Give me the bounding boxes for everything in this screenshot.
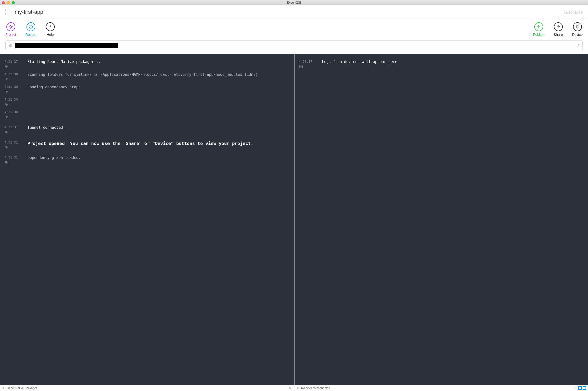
publish-button[interactable]: Publish xyxy=(533,22,544,37)
upload-arrow-icon xyxy=(534,22,543,31)
log-message: Scanning folders for symlinks in /Applic… xyxy=(27,72,290,78)
log-row: 4:31:30 PMScanning folders for symlinks … xyxy=(4,72,290,82)
log-row: 4:30:17 PMLogs from devices will appear … xyxy=(299,59,584,69)
urlbar[interactable] xyxy=(5,40,583,50)
pane-toggle-left[interactable] xyxy=(578,386,582,390)
packager-log-pane[interactable]: 4:31:27 PMStarting React Native packager… xyxy=(0,54,294,385)
toolbar-group-right: Publish Share Device xyxy=(533,22,583,37)
log-row: 4:31:31 PMProject opened! You can now us… xyxy=(4,140,290,150)
reload-icon xyxy=(26,22,35,31)
username-label[interactable]: calebnance xyxy=(564,10,583,14)
svg-marker-7 xyxy=(2,387,4,388)
url-redacted xyxy=(15,43,118,48)
toolbar: Project Restart Help Publish Share xyxy=(0,19,588,40)
svg-marker-10 xyxy=(297,388,299,389)
window-title: Expo XDE xyxy=(0,1,588,4)
resize-handle-icon[interactable] xyxy=(2,387,5,390)
svg-marker-8 xyxy=(2,388,4,389)
urlbar-container xyxy=(0,40,588,54)
project-button[interactable]: Project xyxy=(5,22,16,37)
statusbar: React Native Packager × No devices conne… xyxy=(0,385,588,391)
share-button[interactable]: Share xyxy=(554,22,563,37)
device-button-label: Device xyxy=(572,33,583,37)
log-message: Logs from devices will appear here xyxy=(322,59,584,65)
statusbar-left-label: React Native Packager xyxy=(7,386,37,390)
statusbar-left: React Native Packager × xyxy=(0,385,294,391)
log-row: 4:31:31 PMTunnel connected. xyxy=(4,125,290,135)
statusbar-right: No devices connected × xyxy=(294,385,588,391)
log-row: 4:31:30 PM xyxy=(4,97,290,107)
log-panes: 4:31:27 PMStarting React Native packager… xyxy=(0,54,588,385)
project-avatar-placeholder xyxy=(5,9,11,15)
window-close-button[interactable] xyxy=(2,1,5,4)
log-timestamp: 4:31:31 PM xyxy=(4,125,23,135)
open-external-icon[interactable] xyxy=(577,43,581,47)
help-button-label: Help xyxy=(47,33,54,37)
log-message: Starting React Native packager... xyxy=(27,59,290,65)
log-message: Tunnel connected. xyxy=(27,125,290,130)
close-pane-right-button[interactable]: × xyxy=(573,386,577,390)
log-message: Project opened! You can now use the "Sha… xyxy=(27,140,290,147)
pane-toggle-right[interactable] xyxy=(583,386,586,390)
traffic-lights xyxy=(0,1,15,4)
question-icon xyxy=(46,22,55,31)
log-row: 4:31:31 PMDependency graph loaded. xyxy=(4,155,290,165)
device-log-pane[interactable]: 4:30:17 PMLogs from devices will appear … xyxy=(294,54,588,385)
log-row: 4:31:30 PMLoading dependency graph. xyxy=(4,84,290,95)
restart-button[interactable]: Restart xyxy=(25,22,37,37)
project-name: my-first-app xyxy=(15,9,43,15)
log-row: 4:31:30 PM xyxy=(4,110,290,120)
log-timestamp: 4:31:31 PM xyxy=(4,155,23,165)
device-icon xyxy=(573,22,582,31)
restart-button-label: Restart xyxy=(25,33,37,37)
svg-line-6 xyxy=(578,45,580,46)
share-button-label: Share xyxy=(554,33,563,37)
log-timestamp: 4:31:30 PM xyxy=(4,97,23,107)
log-message: Dependency graph loaded. xyxy=(27,155,290,161)
pane-layout-toggles xyxy=(578,386,586,390)
device-button[interactable]: Device xyxy=(572,22,583,37)
titlebar: Expo XDE xyxy=(0,0,588,5)
log-timestamp: 4:30:17 PM xyxy=(299,59,318,69)
statusbar-right-label: No devices connected xyxy=(301,386,330,390)
log-timestamp: 4:31:27 PM xyxy=(4,59,23,69)
log-message: Loading dependency graph. xyxy=(27,84,290,90)
publish-button-label: Publish xyxy=(533,33,544,37)
window-zoom-button[interactable] xyxy=(12,1,15,4)
resize-handle-icon[interactable] xyxy=(296,387,299,390)
project-block: my-first-app xyxy=(5,9,43,15)
project-button-label: Project xyxy=(5,33,16,37)
log-timestamp: 4:31:31 PM xyxy=(4,140,23,150)
header: my-first-app calebnance xyxy=(0,5,588,19)
log-timestamp: 4:31:30 PM xyxy=(4,84,23,95)
svg-point-1 xyxy=(50,28,50,28)
log-timestamp: 4:31:30 PM xyxy=(4,72,23,82)
toolbar-group-left: Project Restart Help xyxy=(5,22,55,37)
arrow-right-icon xyxy=(554,22,563,31)
svg-marker-9 xyxy=(297,387,299,388)
svg-marker-0 xyxy=(9,25,12,29)
lightning-icon xyxy=(6,22,15,31)
gear-icon[interactable] xyxy=(8,43,12,48)
log-timestamp: 4:31:30 PM xyxy=(4,110,23,120)
close-pane-left-button[interactable]: × xyxy=(288,386,292,390)
help-button[interactable]: Help xyxy=(46,22,55,37)
window-minimize-button[interactable] xyxy=(7,1,10,4)
log-row: 4:31:27 PMStarting React Native packager… xyxy=(4,59,290,69)
